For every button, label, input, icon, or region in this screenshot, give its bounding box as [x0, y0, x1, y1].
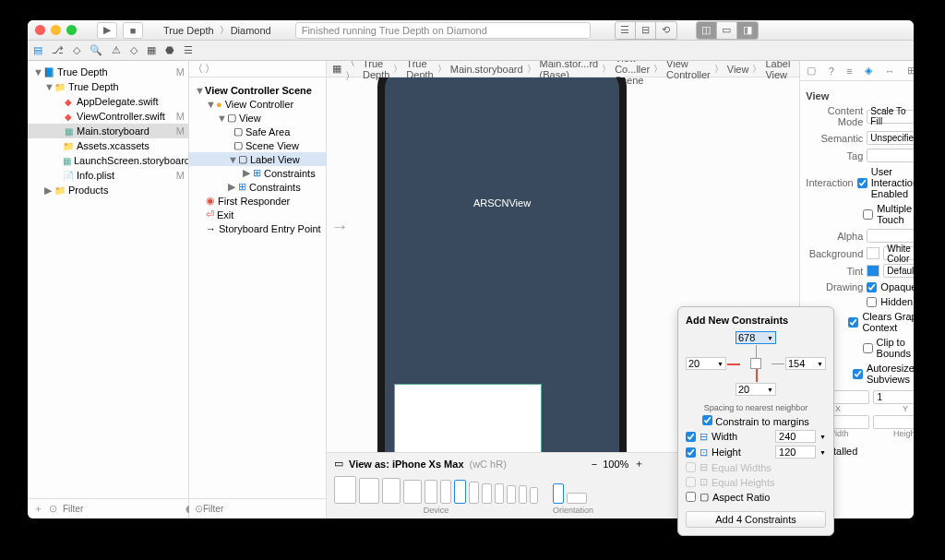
outline-toggle-icon[interactable]: ▭: [334, 458, 343, 470]
document-outline: 〈〉 ▼View Controller Scene ▼●View Control…: [189, 61, 327, 518]
debug-nav-icon[interactable]: ▦: [147, 44, 156, 56]
add-constraints-button[interactable]: Add 4 Constraints: [686, 511, 826, 528]
margins-checkbox[interactable]: [702, 415, 712, 425]
scheme-selector[interactable]: True Depth: [160, 25, 218, 36]
zoom-in-button[interactable]: ＋: [634, 457, 644, 471]
tint-select[interactable]: Default: [883, 264, 914, 278]
uie-checkbox[interactable]: [857, 178, 867, 188]
right-pin-input[interactable]: 154▼: [785, 357, 826, 370]
inspector-tabs[interactable]: ▢?≡◈↔⊞⊕: [800, 61, 914, 81]
orient-caption: Orientation: [553, 506, 593, 515]
top-strut[interactable]: [756, 345, 757, 358]
eqw-checkbox: [686, 462, 696, 472]
view-as-label[interactable]: View as: iPhone Xs Max: [349, 459, 464, 470]
file-row[interactable]: ▦LaunchScreen.storyboard: [28, 153, 188, 168]
entry-row[interactable]: →Storyboard Entry Point: [189, 221, 326, 235]
symbol-nav-icon[interactable]: ◇: [73, 44, 80, 56]
breakpoint-nav-icon[interactable]: ⬣: [165, 44, 174, 56]
test-nav-icon[interactable]: ◇: [130, 44, 138, 56]
stop-button[interactable]: ■: [123, 22, 143, 39]
alpha-field[interactable]: 1: [867, 229, 914, 243]
view-row[interactable]: ▼▢View: [189, 111, 326, 125]
scene-header[interactable]: ▼View Controller Scene: [189, 83, 326, 97]
hidden-checkbox[interactable]: [867, 297, 877, 307]
zoom-label: 100%: [603, 459, 628, 470]
label-view-preview[interactable]: [394, 384, 542, 452]
opaque-checkbox[interactable]: [867, 282, 877, 292]
top-pin-input[interactable]: 678▼: [736, 331, 776, 344]
outline-filter[interactable]: [203, 504, 320, 514]
exit-row[interactable]: ⏎Exit: [189, 208, 326, 221]
constraints-row[interactable]: ▶⊞Constraints: [189, 166, 326, 180]
file-row[interactable]: ◆AppDelegate.swift: [28, 94, 188, 109]
bottom-strut[interactable]: [756, 369, 758, 382]
device-picker[interactable]: [334, 476, 538, 504]
zoom-out-button[interactable]: −: [592, 459, 597, 470]
navigator-tabs: ▤ ⎇ ◇ 🔍 ⚠ ◇ ▦ ⬣ ☰: [28, 41, 914, 61]
file-row[interactable]: 📄Info.plistM: [28, 168, 188, 183]
clip-checkbox[interactable]: [863, 343, 873, 353]
left-strut[interactable]: [727, 363, 740, 365]
content-mode-select[interactable]: Scale To Fill: [867, 110, 914, 124]
source-control-icon[interactable]: ⎇: [52, 44, 64, 56]
h-field[interactable]: [873, 415, 914, 429]
device-preview: ARSCNView: [377, 77, 627, 452]
sceneview-row[interactable]: ▢Scene View: [189, 138, 326, 152]
constraints-popover: Add New Constraints 678▼ 20▼ 154▼ 20▼ Sp…: [677, 306, 834, 536]
bg-swatch[interactable]: [867, 247, 879, 259]
file-row[interactable]: 📁Assets.xcassets: [28, 138, 188, 153]
width-input[interactable]: 240: [775, 430, 816, 443]
spacing-label: Spacing to nearest neighbor: [686, 403, 826, 412]
eqh-checkbox: [686, 477, 696, 487]
navigator-footer: ＋ ⊙ ◐ ▭: [28, 498, 188, 518]
project-row[interactable]: ▼📘True DepthM: [28, 65, 188, 79]
autoresize-checkbox[interactable]: [853, 369, 863, 379]
jump-bar[interactable]: ▦〈 〉 True Depth〉True Depth〉Main.storyboa…: [327, 61, 799, 77]
fwd-icon[interactable]: 〉: [205, 62, 215, 76]
left-pin-input[interactable]: 20▼: [686, 357, 726, 370]
tag-field[interactable]: 0: [867, 149, 914, 162]
orientation-picker[interactable]: [553, 483, 593, 504]
titlebar: ▶ ■ True Depth〉 Diamond Finished running…: [28, 20, 914, 41]
nav-filter[interactable]: [63, 504, 180, 514]
file-row[interactable]: ◆ViewController.swiftM: [28, 109, 188, 124]
bottom-pin-input[interactable]: 20▼: [736, 383, 776, 396]
constraints-row[interactable]: ▶⊞Constraints: [189, 180, 326, 194]
device-selector[interactable]: Diamond: [231, 25, 271, 36]
run-button[interactable]: ▶: [97, 22, 117, 39]
aspect-checkbox[interactable]: [686, 492, 696, 502]
folder-row[interactable]: ▼📁True Depth: [28, 79, 188, 94]
add-button[interactable]: ＋: [33, 502, 43, 516]
file-row-selected[interactable]: ▦Main.storyboardM: [28, 124, 188, 138]
project-nav-icon[interactable]: ▤: [33, 44, 42, 56]
labelview-row[interactable]: ▼▢Label View: [189, 152, 326, 166]
filter-icon: ⊙: [49, 503, 57, 515]
panel-toggles[interactable]: ◫▭◨: [696, 21, 759, 40]
issue-nav-icon[interactable]: ⚠: [112, 44, 121, 56]
status-bar: Finished running True Depth on Diamond: [295, 22, 591, 39]
vc-row[interactable]: ▼●View Controller: [189, 97, 326, 111]
bg-select[interactable]: White Color: [883, 246, 914, 260]
pin-center-icon: [750, 358, 761, 369]
semantic-select[interactable]: Unspecified: [867, 131, 914, 145]
height-input[interactable]: 120: [775, 446, 816, 459]
find-nav-icon[interactable]: 🔍: [90, 44, 102, 56]
right-strut[interactable]: [772, 363, 784, 364]
minimize-icon[interactable]: [51, 25, 61, 35]
first-responder-row[interactable]: ◉First Responder: [189, 194, 326, 208]
y-field[interactable]: 1: [873, 390, 914, 404]
height-checkbox[interactable]: [686, 447, 696, 458]
width-checkbox[interactable]: [686, 432, 696, 442]
report-nav-icon[interactable]: ☰: [184, 44, 193, 56]
editor-mode[interactable]: ☰⊟⟲: [615, 21, 677, 40]
clears-checkbox[interactable]: [848, 317, 858, 328]
back-icon[interactable]: 〈: [193, 62, 203, 76]
tint-swatch[interactable]: [867, 265, 879, 277]
project-navigator: ▼📘True DepthM ▼📁True Depth ◆AppDelegate.…: [28, 61, 189, 518]
folder-row[interactable]: ▶📁Products: [28, 183, 188, 197]
device-caption: Device: [334, 506, 538, 515]
mt-checkbox[interactable]: [863, 209, 873, 220]
safe-row[interactable]: ▢Safe Area: [189, 125, 326, 138]
maximize-icon[interactable]: [66, 25, 77, 35]
close-icon[interactable]: [35, 25, 45, 35]
